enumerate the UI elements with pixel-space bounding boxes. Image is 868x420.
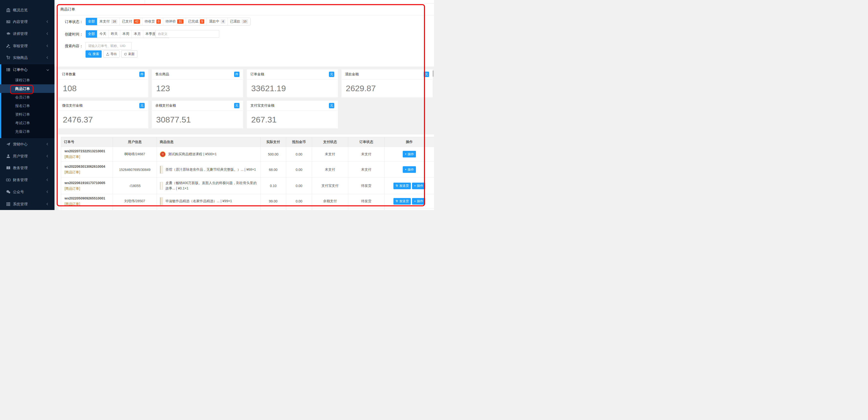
submenu-label: 会员订单 — [15, 95, 30, 99]
coins-cell: 0.00 — [286, 161, 312, 178]
stat-title: 微信支付金额 — [62, 103, 83, 108]
chevron-left-icon — [47, 155, 49, 157]
sidebar-item-signup-orders[interactable]: 报名订单 — [0, 101, 55, 110]
coins-cell: 0.00 — [286, 178, 312, 194]
submenu-label: 商品订单 — [15, 87, 30, 91]
pay-status-cell: 未支付 — [312, 147, 348, 161]
submenu-label: 课程订单 — [15, 78, 30, 82]
status-tab-paid[interactable]: 已支付42 — [120, 18, 142, 25]
product-info-cell: 毕淑敏作品精选（名家作品精选）... | ¥99×1 — [157, 194, 260, 209]
sidebar-item-finance[interactable]: 财务管理 — [0, 174, 55, 186]
sidebar-item-users[interactable]: 用户管理 — [0, 150, 55, 162]
time-filter-label: 创建时间： — [65, 32, 83, 37]
more-actions-button[interactable]: ▼操作 — [403, 166, 416, 173]
more-actions-button[interactable]: ▼操作 — [412, 183, 425, 189]
pay-status-cell: 未支付 — [312, 161, 348, 178]
caret-down-icon: ▼ — [405, 169, 407, 171]
tab-label: 退款中 — [209, 19, 219, 24]
more-actions-button[interactable]: ▼操作 — [403, 151, 416, 157]
sidebar-item-wechat[interactable]: 公众号 — [0, 186, 55, 198]
tab-label: 昨天 — [111, 32, 118, 36]
time-tab-today[interactable]: 今天 — [97, 30, 108, 38]
table-row: wx2022061916173710005 [商品订单] -/18055 皮囊（… — [61, 178, 434, 194]
refresh-button[interactable]: 刷新 — [121, 50, 137, 58]
sidebar-item-system[interactable]: 系统管理 — [0, 198, 55, 210]
user-info-cell: 刘培伟/28507 — [113, 194, 157, 209]
unit-badge: 件 — [234, 72, 240, 77]
sidebar-item-academic[interactable]: 教务管理 — [0, 162, 55, 174]
paid-cell: 500.00 — [260, 147, 286, 161]
export-button[interactable]: 导出 — [103, 50, 120, 58]
sidebar-item-member-orders[interactable]: 会员订单 — [0, 93, 55, 101]
content-icon — [6, 20, 10, 24]
sidebar-item-content[interactable]: 内容管理 — [0, 16, 55, 28]
sidebar-item-order-center[interactable]: 订单中心 — [0, 64, 55, 75]
stat-title: 余额支付金额 — [155, 103, 176, 108]
caret-down-icon: ▼ — [414, 185, 416, 187]
status-tab-refunded[interactable]: 已退款10 — [227, 18, 250, 25]
count-badge: 10 — [242, 19, 248, 24]
search-input[interactable] — [86, 42, 131, 50]
sidebar-item-label: 财务管理 — [13, 178, 28, 182]
stat-title: 订单金额 — [250, 72, 264, 77]
order-no-cell: wx2022061916173710005 [商品订单] — [61, 178, 113, 194]
ship-button[interactable]: 发送货 — [394, 183, 411, 189]
user-info-cell: 15264607695/30849 — [113, 161, 157, 178]
order-status-cell: 未支付 — [348, 161, 385, 178]
time-tab-week[interactable]: 本周 — [120, 30, 131, 38]
status-tab-unpaid[interactable]: 未支付16 — [97, 18, 120, 25]
more-actions-button[interactable]: ▼操作 — [412, 198, 425, 205]
submenu-label: 报名订单 — [15, 104, 30, 108]
stat-value: 108 — [63, 80, 77, 97]
sidebar-item-product-orders[interactable]: 商品订单 — [0, 84, 55, 93]
actions-cell: ▼操作 — [385, 147, 434, 161]
user-info-cell: -/18055 — [113, 178, 157, 194]
order-no-cell: wx2022072322513210001 [商品订单] — [61, 147, 113, 161]
sidebar-item-course-orders[interactable]: 课程订单 — [0, 76, 55, 84]
button-label: 搜索 — [93, 52, 99, 56]
time-tab-all[interactable]: 全部 — [86, 30, 97, 38]
ship-button[interactable]: 发送货 — [394, 198, 411, 205]
tab-label: 已完成 — [188, 19, 198, 24]
status-tab-to-receive[interactable]: 待收货0 — [142, 18, 163, 25]
count-badge: 42 — [134, 19, 140, 24]
grid-icon — [6, 202, 10, 206]
sidebar-item-overview[interactable]: 概况总览 — [0, 4, 55, 16]
page-scrollbar-thumb[interactable] — [433, 70, 434, 77]
custom-date-input[interactable] — [155, 30, 219, 38]
sidebar-item-teacher[interactable]: 讲师管理 — [0, 28, 55, 39]
sidebar-item-exam-orders[interactable]: 考试订单 — [0, 119, 55, 127]
sidebar-item-material-orders[interactable]: 资料订单 — [0, 110, 55, 119]
paid-cell: 68.00 — [260, 161, 286, 178]
tab-label: 待收货 — [145, 19, 155, 24]
order-no-cell: wx2022050909265510001 [商品订单] — [61, 194, 113, 209]
search-button[interactable]: 搜索 — [86, 50, 102, 58]
table-row: wx2022050909265510001 [商品订单] 刘培伟/28507 毕… — [61, 194, 434, 209]
status-tab-refunding[interactable]: 退款中4 — [207, 18, 227, 25]
time-tab-yesterday[interactable]: 昨天 — [108, 30, 120, 38]
sidebar-item-recharge-orders[interactable]: 充值订单 — [0, 127, 55, 136]
button-label: 操作 — [408, 168, 414, 172]
chevron-left-icon — [47, 179, 49, 181]
unit-badge: 元 — [234, 103, 240, 108]
actions-cell: 发送货 ▼操作 — [385, 194, 434, 209]
chevron-left-icon — [47, 21, 49, 23]
status-tab-completed[interactable]: 已完成5 — [186, 18, 207, 25]
tab-label: 待评价 — [165, 19, 176, 24]
sidebar-item-audit[interactable]: 审核管理 — [0, 40, 55, 52]
table-row-partial — [61, 209, 434, 210]
sidebar-item-marketing[interactable]: 营销中心 — [0, 138, 55, 150]
product-thumbnail — [160, 166, 163, 174]
sidebar-item-goods[interactable]: 实物商品 — [0, 52, 55, 64]
time-tab-month[interactable]: 本月 — [131, 30, 143, 38]
button-label: 操作 — [408, 152, 414, 156]
sidebar-item-label: 订单中心 — [13, 67, 28, 72]
tab-label: 已退款 — [230, 19, 240, 24]
chevron-left-icon — [47, 191, 49, 193]
status-tab-to-review[interactable]: 待评价31 — [163, 18, 185, 25]
cart-plus-icon — [6, 56, 10, 60]
product-info-cell: 迎 测试购买商品赠送课程 | ¥500×1 — [157, 147, 260, 161]
status-tab-all[interactable]: 全部 — [86, 18, 97, 25]
order-no-cell: wx2022063013062610004 [商品订单] — [61, 161, 113, 178]
stat-card-refund-amount: 退款金额元 2629.87 — [341, 69, 433, 97]
